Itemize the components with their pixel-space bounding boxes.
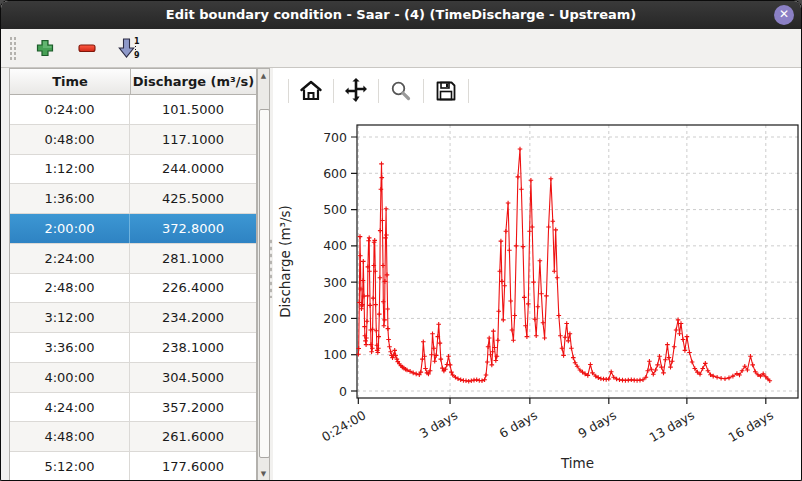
column-header-time[interactable]: Time [10, 69, 131, 94]
save-icon [434, 79, 458, 103]
table-row[interactable]: 0:48:00117.1000 [10, 125, 256, 155]
table-header: Time Discharge (m³/s) [10, 69, 256, 95]
content-area: Time Discharge (m³/s) 0:24:00101.50000:4… [1, 68, 801, 480]
time-cell[interactable]: 1:12:00 [10, 155, 130, 184]
table-row[interactable]: 2:00:00372.8000 [10, 214, 256, 244]
table-body: 0:24:00101.50000:48:00117.10001:12:00244… [10, 95, 256, 480]
remove-row-button[interactable] [72, 34, 102, 62]
table-row[interactable]: 4:24:00357.2000 [10, 393, 256, 423]
time-cell[interactable]: 4:00:00 [10, 363, 130, 392]
svg-text:9: 9 [134, 51, 140, 60]
home-button[interactable] [296, 76, 326, 106]
discharge-cell[interactable]: 244.0000 [130, 155, 256, 184]
toolbar-separator [378, 79, 379, 103]
x-tick-label: 3 days [417, 407, 460, 441]
x-tick-label: 16 days [726, 407, 776, 445]
add-row-button[interactable] [30, 34, 60, 62]
table-row[interactable]: 2:48:00226.4000 [10, 274, 256, 304]
discharge-line [358, 149, 769, 381]
table-row[interactable]: 3:12:00234.2000 [10, 303, 256, 333]
discharge-cell[interactable]: 425.5000 [130, 184, 256, 213]
minus-icon [77, 38, 97, 58]
x-tick-label: 6 days [496, 407, 539, 441]
pan-button[interactable] [341, 76, 371, 106]
y-tick-label: 300 [323, 275, 347, 290]
time-cell[interactable]: 2:48:00 [10, 274, 130, 303]
scroll-up-button[interactable]: ▲ [258, 69, 269, 82]
column-header-discharge[interactable]: Discharge (m³/s) [131, 69, 256, 94]
discharge-cell[interactable]: 357.2000 [130, 393, 256, 422]
table-row[interactable]: 5:12:00177.6000 [10, 452, 256, 480]
main-toolbar: 1 9 [1, 29, 801, 68]
x-tick-label: 0:24:00 [319, 407, 368, 444]
time-cell[interactable]: 3:36:00 [10, 333, 130, 362]
close-button[interactable]: ✕ [774, 5, 794, 25]
table-row[interactable]: 4:48:00261.6000 [10, 422, 256, 452]
table-row[interactable]: 2:24:00281.1000 [10, 244, 256, 274]
toolbar-separator [423, 79, 424, 103]
y-tick-label: 0 [339, 384, 347, 399]
y-tick-label: 700 [323, 130, 347, 145]
time-cell[interactable]: 2:24:00 [10, 244, 130, 273]
save-button[interactable] [431, 76, 461, 106]
toolbar-separator [288, 79, 289, 103]
x-tick-label: 9 days [575, 407, 618, 441]
svg-text:1: 1 [134, 37, 140, 46]
plus-icon [35, 38, 55, 58]
window-title: Edit boundary condition - Saar - (4) (Ti… [1, 1, 801, 29]
table-row[interactable]: 1:12:00244.0000 [10, 155, 256, 185]
titlebar[interactable]: Edit boundary condition - Saar - (4) (Ti… [1, 1, 801, 29]
home-icon [299, 79, 323, 103]
chart-toolbar [281, 74, 476, 108]
zoom-button[interactable] [386, 76, 416, 106]
toolbar-separator [333, 79, 334, 103]
y-tick-label: 600 [323, 166, 347, 181]
y-axis-label: Discharge (m³/s) [277, 205, 293, 318]
y-tick-label: 400 [323, 238, 347, 253]
toolbar-drag-handle[interactable] [9, 35, 16, 61]
plus-markers [356, 147, 772, 384]
table-row[interactable]: 0:24:00101.5000 [10, 95, 256, 125]
table-row[interactable]: 4:00:00304.5000 [10, 363, 256, 393]
time-cell[interactable]: 0:48:00 [10, 125, 130, 154]
discharge-cell[interactable]: 226.4000 [130, 274, 256, 303]
discharge-cell[interactable]: 238.1000 [130, 333, 256, 362]
time-cell[interactable]: 2:00:00 [10, 214, 130, 243]
discharge-cell[interactable]: 177.6000 [130, 452, 256, 480]
time-discharge-table[interactable]: Time Discharge (m³/s) 0:24:00101.50000:4… [9, 68, 257, 480]
move-icon [343, 78, 369, 104]
magnifier-icon [389, 79, 413, 103]
time-cell[interactable]: 1:36:00 [10, 184, 130, 213]
y-tick-label: 100 [323, 347, 347, 362]
discharge-cell[interactable]: 304.5000 [130, 363, 256, 392]
discharge-cell[interactable]: 372.8000 [130, 214, 256, 243]
table-row[interactable]: 1:36:00425.5000 [10, 184, 256, 214]
table-row[interactable]: 3:36:00238.1000 [10, 333, 256, 363]
discharge-chart: 01002003004005006007000:24:003 days6 day… [273, 68, 802, 480]
sort-ascending-button[interactable]: 1 9 [114, 34, 144, 62]
y-tick-label: 500 [323, 202, 347, 217]
y-tick-label: 200 [323, 311, 347, 326]
discharge-cell[interactable]: 101.5000 [130, 95, 256, 124]
chart-panel: 01002003004005006007000:24:003 days6 day… [273, 68, 801, 480]
x-axis-label: Time [560, 455, 594, 471]
scroll-down-button[interactable]: ▼ [258, 467, 269, 480]
edit-boundary-condition-window: Edit boundary condition - Saar - (4) (Ti… [0, 0, 802, 481]
discharge-cell[interactable]: 261.6000 [130, 422, 256, 451]
table-panel: Time Discharge (m³/s) 0:24:00101.50000:4… [1, 68, 273, 480]
time-cell[interactable]: 3:12:00 [10, 303, 130, 332]
discharge-cell[interactable]: 281.1000 [130, 244, 256, 273]
discharge-cell[interactable]: 117.1000 [130, 125, 256, 154]
time-cell[interactable]: 4:48:00 [10, 422, 130, 451]
sort-ascending-icon: 1 9 [117, 36, 141, 60]
time-cell[interactable]: 4:24:00 [10, 393, 130, 422]
x-tick-label: 13 days [647, 407, 697, 445]
toolbar-separator [468, 79, 469, 103]
discharge-cell[interactable]: 234.2000 [130, 303, 256, 332]
time-cell[interactable]: 0:24:00 [10, 95, 130, 124]
time-cell[interactable]: 5:12:00 [10, 452, 130, 480]
